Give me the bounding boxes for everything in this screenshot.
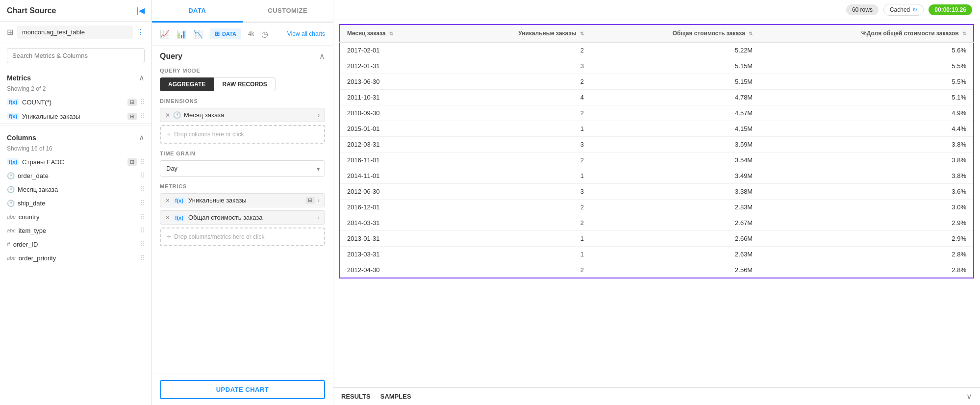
table-row: 2015-01-0114.15M4.4% (340, 121, 974, 137)
query-header: Query ∧ (160, 51, 325, 61)
table-cell: 3.8% (759, 152, 974, 168)
column-item: 🕐 ship_date ⠿ (0, 196, 151, 210)
table-cell: 2012-04-30 (340, 262, 448, 278)
drag-handle[interactable]: ⠿ (140, 185, 145, 193)
table-row: 2012-03-3133.59M3.8% (340, 137, 974, 152)
metrics-collapse-icon[interactable]: ∧ (139, 73, 145, 82)
table-body: 2017-02-0125.22M5.6%2012-01-3135.15M5.5%… (340, 42, 974, 278)
column-name: item_type (19, 227, 137, 234)
table-cell: 1 (448, 168, 591, 184)
table-cell: 4.57M (591, 105, 759, 121)
tab-customize[interactable]: CUSTOMIZE (243, 0, 333, 22)
table-cell: 2012-06-30 (340, 184, 448, 200)
table-cell: 2011-10-31 (340, 90, 448, 105)
query-collapse-icon[interactable]: ∧ (319, 51, 325, 61)
table-cell: 2.83M (591, 200, 759, 215)
col-header-total[interactable]: Общая стоимость заказа ⇅ (591, 25, 759, 42)
table-cell: 2.9% (759, 215, 974, 231)
column-item: 🕐 Месяц заказа ⠿ (0, 182, 151, 196)
update-chart-btn[interactable]: UPDATE CHART (160, 380, 325, 399)
table-cell: 5.1% (759, 90, 974, 105)
metric-format-tag: ⊞ (127, 99, 137, 106)
table-cell: 2014-03-31 (340, 215, 448, 231)
chart-4k-icon[interactable]: 4k (248, 30, 254, 37)
sort-icon: ⇅ (580, 31, 584, 36)
table-row: 2012-01-3135.15M5.5% (340, 58, 974, 74)
bar-chart-icon[interactable]: 📊 (176, 29, 186, 39)
metrics-title: Metrics (7, 74, 31, 82)
columns-showing: Showing 16 of 16 (0, 144, 151, 155)
chart-source-header: Chart Source |◀ (0, 0, 151, 22)
column-name: order_ID (13, 241, 137, 248)
table-cell: 2.9% (759, 231, 974, 247)
tab-data[interactable]: DATA (152, 0, 243, 23)
drag-handle[interactable]: ⠿ (140, 98, 145, 106)
results-tab[interactable]: RESULTS (341, 393, 371, 400)
abc-icon: abc (7, 214, 16, 220)
table-cell: 1 (448, 231, 591, 247)
table-cell: 2014-11-01 (340, 168, 448, 184)
back-icon[interactable]: |◀ (137, 6, 145, 15)
metric-item: f(x) COUNT(*) ⊞ ⠿ (0, 95, 151, 109)
col-header-percent[interactable]: %Доля общей стоимости заказов ⇅ (759, 25, 974, 42)
drop-metrics-zone[interactable]: + Drop columns/metrics here or click (160, 228, 325, 246)
table-cell: 5.6% (759, 42, 974, 58)
timer-badge: 00:00:19.26 (929, 4, 972, 15)
table-cell: 5.5% (759, 58, 974, 74)
cached-badge[interactable]: Cached ↻ (883, 4, 924, 16)
view-all-charts-link[interactable]: View all charts (287, 30, 325, 37)
source-options-icon[interactable]: ⋮ (137, 27, 145, 37)
drag-handle[interactable]: ⠿ (140, 199, 145, 207)
drag-handle[interactable]: ⠿ (140, 240, 145, 248)
more-charts-icon[interactable]: ◷ (261, 29, 268, 39)
search-metrics-input[interactable] (7, 48, 145, 63)
table-cell: 1 (448, 121, 591, 137)
drag-handle[interactable]: ⠿ (140, 112, 145, 120)
column-name: order_date (18, 172, 137, 179)
table-btn[interactable]: ⊞ DATA (210, 28, 241, 39)
drag-handle[interactable]: ⠿ (140, 213, 145, 221)
drag-handle[interactable]: ⠿ (140, 158, 145, 166)
drag-handle[interactable]: ⠿ (140, 172, 145, 179)
aggregate-btn[interactable]: AGGREGATE (160, 77, 214, 91)
table-row: 2016-12-0122.83M3.0% (340, 200, 974, 215)
drop-dimensions-zone[interactable]: + Drop columns here or click (160, 125, 325, 144)
metric-format-tag: ⊞ (305, 197, 315, 204)
table-cell: 2010-09-30 (340, 105, 448, 121)
metric-remove-btn[interactable]: ✕ (165, 214, 170, 221)
metric-item-name: Уникальные заказы (188, 197, 302, 204)
samples-tab[interactable]: SAMPLES (380, 393, 411, 400)
tabs-row: DATA CUSTOMIZE (152, 0, 333, 23)
metric-tag-item: ✕ f(x) Общая стоимость заказа › (160, 210, 325, 225)
table-row: 2014-11-0113.49M3.8% (340, 168, 974, 184)
table-cell: 3 (448, 137, 591, 152)
table-cell: 2 (448, 215, 591, 231)
metric-arrow-icon: › (318, 214, 320, 221)
col-header-orders[interactable]: Уникальные заказы ⇅ (448, 25, 591, 42)
metric-remove-btn[interactable]: ✕ (165, 197, 170, 204)
sort-icon: ⇅ (749, 31, 753, 36)
table-cell: 3 (448, 58, 591, 74)
col-header-month[interactable]: Месяц заказа ⇅ (340, 25, 448, 42)
query-title: Query (160, 52, 182, 61)
area-chart-icon[interactable]: 📉 (193, 29, 203, 39)
raw-records-btn[interactable]: RAW RECORDS (214, 77, 275, 91)
drop-dimensions-text: Drop columns here or click (174, 131, 244, 138)
table-cell: 2.67M (591, 215, 759, 231)
columns-collapse-icon[interactable]: ∧ (139, 133, 145, 142)
line-chart-icon[interactable]: 📈 (160, 29, 170, 39)
dimension-tag: ✕ 🕐 Месяц заказа › (160, 108, 325, 122)
table-cell: 4.4% (759, 121, 974, 137)
time-grain-select[interactable]: Day Week Month Year (160, 160, 325, 177)
update-btn-wrap: UPDATE CHART (152, 374, 333, 405)
collapse-results-btn[interactable]: ∨ (966, 392, 972, 401)
table-row: 2012-04-3022.56M2.8% (340, 262, 974, 278)
metrics-query-label: METRICS (160, 183, 325, 189)
drag-handle[interactable]: ⠿ (140, 227, 145, 234)
drop-plus-icon: + (167, 232, 171, 241)
dimension-name: Месяц заказа (184, 111, 315, 119)
dimension-clock-icon: 🕐 (173, 111, 181, 119)
dimension-remove-btn[interactable]: ✕ (165, 112, 170, 119)
table-cell: 5.15M (591, 58, 759, 74)
drag-handle[interactable]: ⠿ (140, 254, 145, 262)
